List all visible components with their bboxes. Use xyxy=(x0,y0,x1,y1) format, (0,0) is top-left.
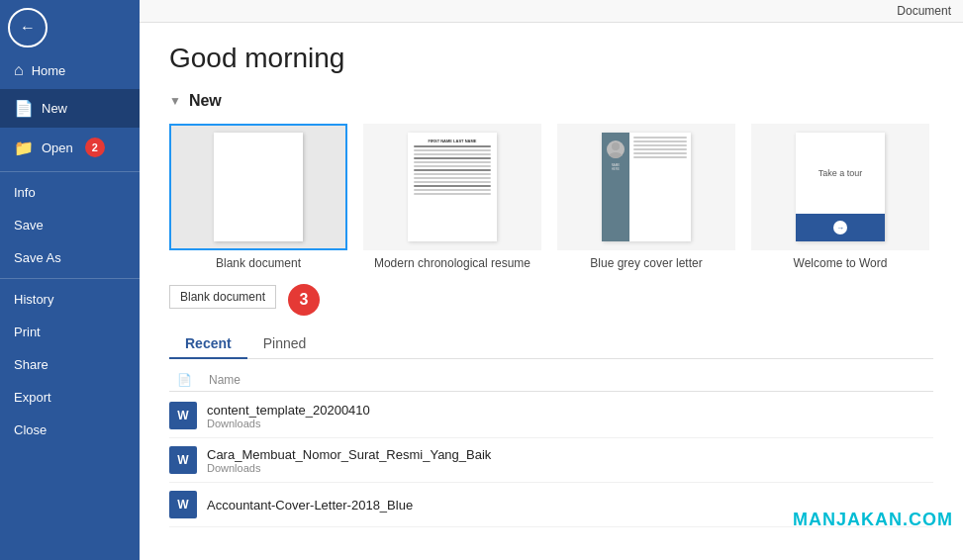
sidebar-divider-2 xyxy=(0,278,140,279)
open-badge: 2 xyxy=(85,138,105,157)
svg-point-0 xyxy=(612,142,620,150)
resume-preview: FIRST NAME LAST NAME xyxy=(408,133,497,241)
sidebar-item-save[interactable]: Save xyxy=(0,209,140,241)
file-name-1: content_template_20200410 xyxy=(207,403,370,418)
sidebar-label-open: Open xyxy=(42,140,73,155)
sidebar-item-save-as[interactable]: Save As xyxy=(0,241,140,274)
file-item-3[interactable]: W Accountant-Cover-Letter-2018_Blue xyxy=(169,483,933,527)
sidebar-item-info[interactable]: Info xyxy=(0,176,140,209)
blank-page-preview xyxy=(214,133,303,241)
file-column-header: Name xyxy=(209,373,241,387)
tab-pinned[interactable]: Pinned xyxy=(247,329,323,359)
template-cover-thumb: NAMEHERE xyxy=(557,124,735,250)
sidebar-divider-1 xyxy=(0,171,140,172)
template-cover[interactable]: NAMEHERE Blue grey cover letter xyxy=(557,124,735,270)
template-welcome-label: Welcome to Word xyxy=(794,256,888,270)
new-section-title: New xyxy=(189,92,222,110)
svg-point-1 xyxy=(609,152,623,158)
sidebar-label-save: Save xyxy=(14,218,44,233)
template-welcome-thumb: Take a tour → xyxy=(751,124,929,250)
word-icon-1: W xyxy=(169,402,197,429)
main-area: Document Good morning ▼ New Blank docume… xyxy=(140,0,963,560)
template-resume-thumb: FIRST NAME LAST NAME xyxy=(363,124,541,250)
chevron-down-icon[interactable]: ▼ xyxy=(169,94,181,108)
sidebar-item-print[interactable]: Print xyxy=(0,316,140,348)
file-info-1: content_template_20200410 Downloads xyxy=(207,403,370,429)
cover-strip: NAMEHERE xyxy=(602,133,629,241)
tab-recent[interactable]: Recent xyxy=(169,329,247,359)
word-icon-2: W xyxy=(169,446,197,474)
file-item-2[interactable]: W Cara_Membuat_Nomor_Surat_Resmi_Yang_Ba… xyxy=(169,438,933,483)
step-3-badge: 3 xyxy=(288,284,320,316)
file-location-1: Downloads xyxy=(207,418,370,429)
sidebar-label-share: Share xyxy=(14,357,48,372)
template-resume[interactable]: FIRST NAME LAST NAME xyxy=(363,124,541,270)
cover-name-text: NAMEHERE xyxy=(612,163,621,171)
sidebar-label-print: Print xyxy=(14,325,41,339)
file-list-header: 📄 Name xyxy=(169,367,933,392)
file-list: 📄 Name W content_template_20200410 Downl… xyxy=(169,367,933,527)
file-name-2: Cara_Membuat_Nomor_Surat_Resmi_Yang_Baik xyxy=(207,447,491,462)
template-grid: Blank document FIRST NAME LAST NAME xyxy=(169,124,933,270)
file-item-1[interactable]: W content_template_20200410 Downloads xyxy=(169,394,933,438)
file-info-3: Accountant-Cover-Letter-2018_Blue xyxy=(207,498,413,513)
open-icon: 📁 xyxy=(14,139,34,157)
sidebar-item-open[interactable]: 📁 Open 2 xyxy=(0,128,140,167)
home-icon: ⌂ xyxy=(14,61,24,79)
sidebar-item-history[interactable]: History xyxy=(0,283,140,316)
sidebar-label-home: Home xyxy=(32,63,66,78)
welcome-bottom: → xyxy=(796,214,885,241)
sidebar-label-info: Info xyxy=(14,185,36,200)
content-area: Good morning ▼ New Blank document FIRST … xyxy=(140,23,963,547)
greeting-text: Good morning xyxy=(169,43,933,74)
file-name-3: Accountant-Cover-Letter-2018_Blue xyxy=(207,498,413,513)
file-location-2: Downloads xyxy=(207,462,491,474)
welcome-preview: Take a tour → xyxy=(796,133,885,241)
blank-doc-button[interactable]: Blank document xyxy=(169,285,276,309)
file-info-2: Cara_Membuat_Nomor_Surat_Resmi_Yang_Baik… xyxy=(207,447,491,474)
sidebar-label-export: Export xyxy=(14,390,51,405)
sidebar-item-home[interactable]: ⌂ Home xyxy=(0,51,140,89)
back-button[interactable]: ← xyxy=(8,8,48,47)
sidebar-label-close: Close xyxy=(14,422,47,437)
cover-body xyxy=(629,133,691,241)
template-blank-label: Blank document xyxy=(216,256,301,270)
sidebar-label-history: History xyxy=(14,292,53,307)
sidebar: ← ⌂ Home 📄 New 📁 Open 2 Info Save Save A… xyxy=(0,0,140,560)
template-resume-label: Modern chronological resume xyxy=(374,256,530,270)
take-a-tour-text: Take a tour xyxy=(819,168,863,178)
cover-avatar xyxy=(607,140,625,158)
sidebar-item-export[interactable]: Export xyxy=(0,381,140,414)
template-welcome[interactable]: Take a tour → Welcome to Word xyxy=(751,124,929,270)
sidebar-item-close[interactable]: Close xyxy=(0,414,140,446)
file-header-icon: 📄 xyxy=(177,373,192,387)
sidebar-label-new: New xyxy=(42,101,67,116)
document-label: Document xyxy=(897,4,951,18)
new-icon: 📄 xyxy=(14,99,34,118)
new-section-header: ▼ New xyxy=(169,92,933,110)
topbar: Document xyxy=(140,0,963,23)
tabs-row: Recent Pinned xyxy=(169,329,933,359)
sidebar-item-share[interactable]: Share xyxy=(0,348,140,381)
template-blank[interactable]: Blank document xyxy=(169,124,347,270)
back-icon: ← xyxy=(20,19,36,37)
welcome-top: Take a tour xyxy=(796,133,885,214)
template-blank-thumb xyxy=(169,124,347,250)
welcome-arrow-icon: → xyxy=(833,221,847,234)
word-icon-3: W xyxy=(169,491,197,518)
file-header-icon-col: 📄 xyxy=(169,373,199,387)
blank-doc-row: Blank document 3 xyxy=(169,284,933,316)
cover-preview: NAMEHERE xyxy=(602,133,691,241)
template-cover-label: Blue grey cover letter xyxy=(590,256,702,270)
sidebar-label-save-as: Save As xyxy=(14,250,61,265)
sidebar-item-new[interactable]: 📄 New xyxy=(0,89,140,128)
